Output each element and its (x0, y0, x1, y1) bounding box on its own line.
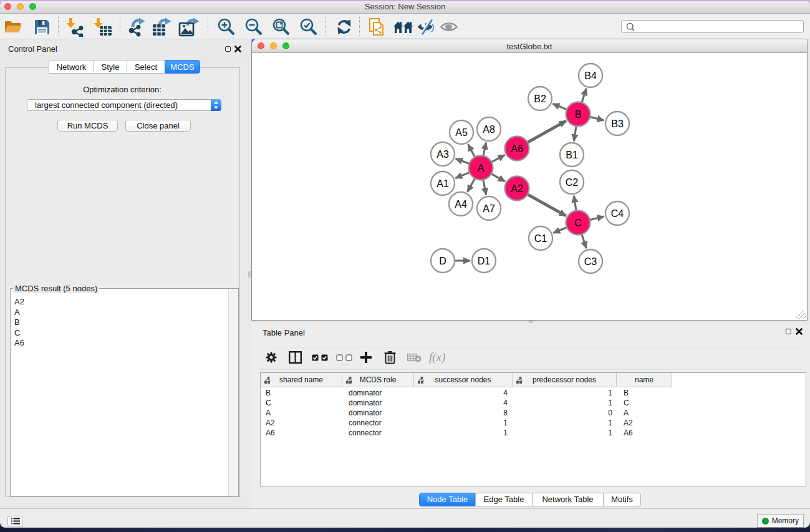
svg-text:A6: A6 (511, 143, 523, 154)
svg-text:C4: C4 (611, 208, 624, 219)
svg-text:A1: A1 (436, 178, 449, 189)
svg-text:A8: A8 (483, 124, 495, 135)
svg-text:A3: A3 (436, 149, 449, 160)
svg-text:B3: B3 (611, 118, 624, 129)
svg-text:B1: B1 (566, 150, 578, 160)
svg-text:B2: B2 (534, 94, 546, 104)
svg-text:C: C (574, 218, 582, 228)
svg-text:A: A (478, 163, 485, 173)
svg-text:A5: A5 (455, 127, 468, 138)
svg-text:C2: C2 (566, 177, 579, 188)
svg-text:f(x): f(x) (429, 351, 445, 364)
svg-text:B4: B4 (584, 70, 597, 81)
svg-text:D: D (439, 256, 446, 266)
svg-text:D1: D1 (478, 256, 491, 266)
svg-text:C3: C3 (584, 256, 597, 267)
svg-text:B: B (575, 109, 582, 120)
svg-text:A2: A2 (511, 183, 523, 194)
svg-text:C1: C1 (534, 233, 547, 244)
svg-text:A7: A7 (483, 203, 495, 214)
svg-text:A4: A4 (455, 199, 467, 210)
